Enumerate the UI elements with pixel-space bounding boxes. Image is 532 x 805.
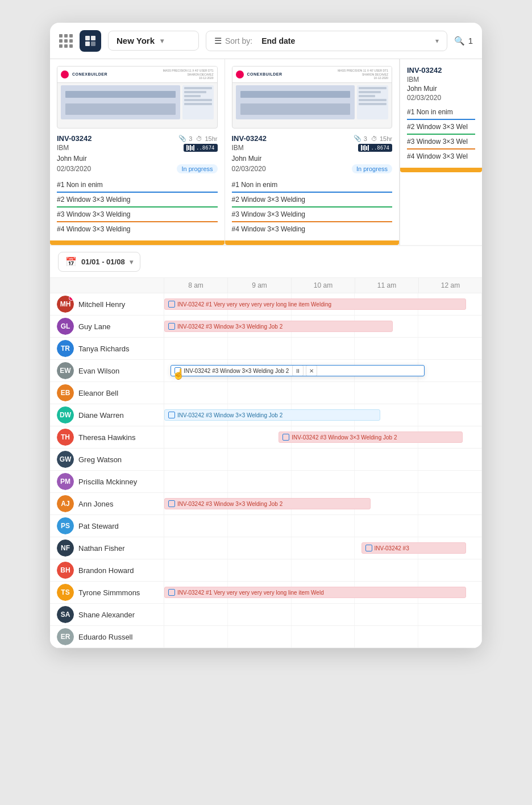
worker-info: SAShane Alexander [50,604,164,625]
task-label: INV-03242 #3 Window 3×3 Welding Job 2 [177,412,282,418]
worker-timeline [164,449,482,470]
worker-timeline [164,471,482,492]
svg-rect-0 [85,36,90,40]
worker-name: Ann Jones [78,500,113,508]
worker-info: EREduardo Russell [50,626,164,648]
task-bar[interactable]: INV-03242 #3 Window 3×3 Welding Job 2⏸✕ [171,365,425,376]
sort-icon: ☰ [214,36,222,46]
thumb-logo-2 [236,70,244,78]
worker-timeline: ☝INV-03242 #3 Window 3×3 Welding Job 2⏸✕ [164,360,482,381]
worker-name: Greg Watson [78,455,122,464]
task-checkbox[interactable] [168,301,175,308]
thumb-logo [61,70,69,78]
task-bar[interactable]: INV-03242 #3 [361,542,466,554]
card-3-company: IBM [407,76,475,84]
grid-menu-icon[interactable] [59,34,73,48]
worker-info: BHBrandon Howard [50,559,164,581]
task-bar[interactable]: INV-03242 #1 Very very very very very lo… [164,298,466,310]
task-checkbox[interactable] [168,412,175,418]
worker-row: DWDiane WarrenINV-03242 #3 Window 3×3 We… [50,404,482,426]
scheduler-header: 📅 01/01 - 01/08 ▾ [50,246,482,278]
worker-info: PSPat Steward [50,515,164,537]
task-bar[interactable]: INV-03242 #3 Window 3×3 Welding Job 2 [164,321,393,332]
task-label: INV-03242 #1 Very very very very very lo… [177,301,331,308]
task-checkbox[interactable] [168,589,175,596]
card-1-barcode: ..8674 [184,144,218,152]
time-label-0: 8 am [164,278,227,293]
card-2-status: In progress [352,164,392,173]
worker-row: MHMitchell HenryINV-03242 #1 Very very v… [50,293,482,316]
worker-info: AJAnn Jones [50,493,164,514]
card-1[interactable]: CONEXBUILDER MASS PRECISION 11 X 40' USE… [50,59,225,245]
worker-name: Tyrone Simmmons [78,588,140,597]
card-2-item-2: #3 Window 3×3 Welding [232,208,393,222]
worker-info: DWDiane Warren [50,404,164,426]
avatar: TR [57,340,74,357]
task-checkbox[interactable] [168,500,175,507]
card-3-item-3: #4 Window 3×3 Wel [407,150,475,163]
card-2-date: 02/03/2020 [232,165,266,173]
avatar: DW [57,406,74,424]
worker-name: Theresa Hawkins [78,433,135,442]
task-bar[interactable]: INV-03242 #1 Very very very very very lo… [164,587,466,598]
worker-name: Eduardo Russell [78,633,132,641]
task-checkbox[interactable] [174,367,181,374]
task-checkbox[interactable] [168,323,175,330]
worker-row: PSPat Steward [50,515,482,537]
svg-rect-2 [85,42,90,46]
worker-row: SAShane Alexander [50,604,482,626]
card-2-item-1: #2 Window 3×3 Welding [232,193,393,208]
avatar: TH [57,429,74,446]
task-bar[interactable]: INV-03242 #3 Window 3×3 Welding Job 2 [164,409,380,421]
date-range-text: 01/01 - 01/08 [81,258,125,266]
worker-row: EBEleanor Bell [50,382,482,404]
worker-info: NFNathan Fisher [50,537,164,559]
card-1-inv: INV-03242 [57,134,92,143]
card-3-item-0: #1 Non in enim [407,105,475,120]
card-3-inv: INV-03242 [407,66,475,74]
sort-selector[interactable]: ☰ Sort by: End date ▾ [206,31,447,51]
avatar: EW [57,362,74,379]
location-selector[interactable]: New York ▾ [108,31,199,51]
task-bar[interactable]: INV-03242 #3 Window 3×3 Welding Job 2 [279,431,463,443]
task-label: INV-03242 #3 [375,545,409,551]
worker-row: PMPriscilla Mckinney [50,471,482,493]
card-1-footer [50,240,225,245]
worker-timeline: INV-03242 #1 Very very very very very lo… [164,582,482,603]
avatar: AJ [57,495,74,512]
search-button[interactable]: 🔍 1 [454,36,473,46]
card-2[interactable]: CONEXBUILDER MASS PRECISION 11 X 40' USE… [225,59,400,245]
worker-timeline [164,604,482,625]
task-checkbox[interactable] [365,545,372,551]
card-2-assignee: John Muir [232,155,262,163]
worker-name: Nathan Fisher [78,544,125,553]
worker-row: EWEvan Wilson☝INV-03242 #3 Window 3×3 We… [50,360,482,382]
card-3-footer [400,168,482,172]
worker-info: GLGuy Lane [50,316,164,337]
blueprint-image-2 [236,85,355,119]
task-bar[interactable]: INV-03242 #3 Window 3×3 Welding Job 2 [164,498,371,509]
location-text: New York [117,36,155,45]
time-labels-row: 8 am 9 am 10 am 11 am 12 am [50,278,482,293]
avatar: MH [57,296,74,313]
card-3-date: 02/03/2020 [407,94,475,102]
svg-rect-3 [91,42,95,46]
card-2-company: IBM [232,144,244,152]
card-1-thumbnail: CONEXBUILDER MASS PRECISION 11 X 40' USE… [57,66,218,128]
pause-button[interactable]: ⏸ [292,365,304,376]
worker-row: THTheresa HawkinsINV-03242 #3 Window 3×3… [50,426,482,449]
shuffle-button[interactable]: ✕ [306,365,317,376]
avatar: EB [57,384,74,401]
search-icon: 🔍 [454,36,465,46]
avatar: PM [57,473,74,490]
task-checkbox[interactable] [282,434,289,441]
worker-row: GWGreg Watson [50,449,482,471]
card-2-item-3: #4 Window 3×3 Welding [232,222,393,236]
date-range-button[interactable]: 📅 01/01 - 01/08 ▾ [58,252,140,272]
app-container: New York ▾ ☰ Sort by: End date ▾ 🔍 1 CON… [50,23,482,648]
worker-timeline: INV-03242 #3 Window 3×3 Welding Job 2 [164,426,482,448]
task-label: INV-03242 #3 Window 3×3 Welding Job 2 [177,323,282,330]
worker-timeline [164,382,482,404]
card-3[interactable]: INV-03242 IBM John Muir 02/03/2020 #1 No… [400,59,482,245]
worker-name: Eleanor Bell [78,389,118,397]
